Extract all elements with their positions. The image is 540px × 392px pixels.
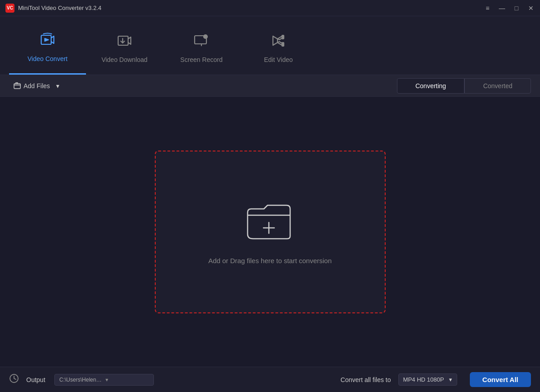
tab-converting[interactable]: Converting xyxy=(397,78,465,94)
nav-item-screen-record[interactable]: Screen Record xyxy=(163,16,240,75)
nav-label-edit-video: Edit Video xyxy=(264,56,293,63)
tab-converted[interactable]: Converted xyxy=(464,78,531,94)
toolbar: Add Files ▾ Converting Converted xyxy=(0,75,540,97)
nav-item-video-download[interactable]: Video Download xyxy=(86,16,163,75)
screen-record-icon xyxy=(193,33,210,52)
clock-icon[interactable] xyxy=(9,373,19,386)
nav-label-video-convert: Video Convert xyxy=(28,55,67,62)
drop-zone[interactable]: Add or Drag files here to start conversi… xyxy=(155,151,386,313)
app-logo: VC xyxy=(5,4,14,13)
add-files-dropdown-button[interactable]: ▾ xyxy=(54,80,61,92)
svg-rect-8 xyxy=(282,35,284,39)
video-convert-icon xyxy=(39,32,56,52)
svg-line-7 xyxy=(205,37,206,38)
bottom-bar: Output C:\Users\Helen Green\Documents\Mi… xyxy=(0,367,540,392)
nav-bar: Video Convert Video Download Screen Reco… xyxy=(0,16,540,75)
svg-rect-9 xyxy=(282,43,284,46)
maximize-button[interactable]: □ xyxy=(513,5,520,12)
format-selector[interactable]: MP4 HD 1080P ▾ xyxy=(398,373,457,386)
add-files-button[interactable]: Add Files xyxy=(9,80,54,92)
title-bar-left: VC MiniTool Video Converter v3.2.4 xyxy=(5,4,101,13)
format-label: MP4 HD 1080P xyxy=(403,376,444,383)
nav-item-edit-video[interactable]: Edit Video xyxy=(240,16,317,75)
window-controls: ≡ — □ ✕ xyxy=(484,5,535,12)
minimize-button[interactable]: — xyxy=(498,5,506,12)
video-download-icon xyxy=(116,33,133,52)
output-path-dropdown-arrow: ▾ xyxy=(105,377,149,383)
folder-icon xyxy=(243,199,297,246)
nav-label-screen-record: Screen Record xyxy=(180,56,222,63)
main-content: Add or Drag files here to start conversi… xyxy=(0,97,540,367)
format-dropdown-arrow: ▾ xyxy=(449,376,452,383)
close-button[interactable]: ✕ xyxy=(527,5,535,12)
app-title: MiniTool Video Converter v3.2.4 xyxy=(18,5,101,11)
tabs-container: Converting Converted xyxy=(397,78,531,94)
nav-label-video-download: Video Download xyxy=(101,56,148,63)
output-path-text: C:\Users\Helen Green\Documents\MiniTool … xyxy=(59,377,103,383)
svg-rect-10 xyxy=(14,84,20,89)
convert-all-button[interactable]: Convert All xyxy=(470,372,531,387)
convert-all-files-label: Convert all files to xyxy=(340,376,391,383)
menu-button[interactable]: ≡ xyxy=(484,5,491,12)
output-path-selector[interactable]: C:\Users\Helen Green\Documents\MiniTool … xyxy=(54,374,154,386)
title-bar: VC MiniTool Video Converter v3.2.4 ≡ — □… xyxy=(0,0,540,16)
drop-zone-text: Add or Drag files here to start conversi… xyxy=(208,257,332,264)
nav-item-video-convert[interactable]: Video Convert xyxy=(9,16,86,75)
output-label: Output xyxy=(26,376,45,383)
edit-video-icon xyxy=(270,33,287,52)
add-files-label: Add Files xyxy=(24,82,50,90)
